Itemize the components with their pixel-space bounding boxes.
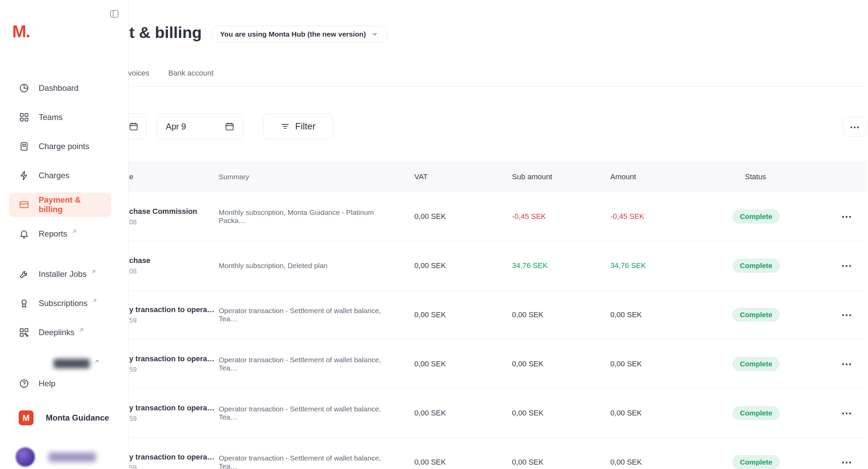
qr-code-icon: [19, 327, 29, 338]
chevron-down-icon: [371, 31, 378, 38]
transaction-vat: 0,00 SEK: [414, 360, 512, 368]
external-link-icon: [71, 228, 77, 234]
transaction-sub-amount: 34,76 SEK: [512, 261, 610, 270]
status-badge: Complete: [732, 259, 780, 273]
transaction-amount: 0,00 SEK: [610, 409, 726, 417]
user-name-redacted: [48, 452, 96, 462]
date-end-button[interactable]: Apr 9: [157, 114, 243, 139]
version-switcher-badge[interactable]: You are using Monta Hub (the new version…: [211, 26, 387, 43]
transaction-time: 59: [129, 366, 219, 373]
status-badge: Complete: [732, 406, 780, 420]
table-body: chase Commission 08 Monthly subscription…: [128, 192, 866, 469]
transaction-summary: Operator transaction - Settlement of wal…: [219, 454, 414, 469]
transaction-amount: -0,45 SEK: [610, 212, 726, 221]
external-link-icon: [94, 359, 100, 365]
sidebar-item-deeplinks[interactable]: Deeplinks: [0, 318, 128, 347]
table-header-row: e Summary VAT Sub amount Amount Status: [128, 161, 866, 192]
sidebar-item-charge-points[interactable]: Charge points: [0, 132, 128, 161]
sidebar-item-label: Deeplinks: [39, 328, 74, 337]
table-row[interactable]: y transaction to opera… 59 Operator tran…: [128, 290, 866, 340]
user-menu[interactable]: [16, 447, 96, 467]
row-actions-button[interactable]: ⋯: [841, 410, 852, 416]
avatar: [16, 447, 35, 467]
transaction-summary: Monthly subscription, Monta Guidance - P…: [219, 208, 414, 225]
transaction-type: y transaction to opera…: [129, 354, 219, 363]
transaction-type: chase Commission: [129, 207, 219, 216]
status-badge: Complete: [732, 357, 780, 371]
column-header-type: e: [128, 172, 219, 181]
transaction-type: chase: [129, 256, 219, 265]
sidebar-item-dashboard[interactable]: Dashboard: [0, 74, 128, 103]
row-actions-button[interactable]: ⋯: [841, 262, 852, 269]
calendar-icon: [225, 122, 234, 131]
monta-logo: M.: [12, 22, 30, 41]
table-row[interactable]: chase Commission 08 Monthly subscription…: [128, 192, 866, 241]
calendar-icon: [129, 122, 138, 131]
charge-point-icon: [19, 141, 29, 151]
transaction-time: 08: [129, 218, 219, 226]
award-icon: [19, 298, 29, 308]
sidebar-item-label: Charges: [39, 171, 70, 180]
panel-collapse-icon: [109, 9, 119, 19]
external-link-icon: [78, 327, 84, 333]
transaction-sub-amount: 0,00 SEK: [512, 409, 610, 417]
sidebar-item-label: Help: [39, 379, 55, 388]
sidebar-item-label: Subscriptions: [39, 299, 87, 308]
transaction-summary: Operator transaction - Settlement of wal…: [219, 307, 414, 323]
sidebar-item-payment-billing[interactable]: Payment & billing: [9, 192, 111, 217]
sidebar-item-installer-jobs[interactable]: Installer Jobs: [0, 260, 128, 289]
table-row[interactable]: y transaction to opera… 59 Operator tran…: [128, 438, 866, 469]
sidebar-item-help[interactable]: Help: [0, 369, 128, 398]
transaction-sub-amount: 0,00 SEK: [512, 310, 610, 319]
transaction-sub-amount: 0,00 SEK: [512, 360, 610, 368]
tab-bar: voices Bank account: [128, 69, 214, 78]
transaction-type: y transaction to opera…: [129, 305, 219, 314]
workspace-switcher[interactable]: M Monta Guidance: [0, 403, 128, 432]
tab-bank-account[interactable]: Bank account: [168, 69, 213, 78]
status-badge: Complete: [732, 209, 780, 224]
transaction-vat: 0,00 SEK: [414, 212, 512, 221]
tab-invoices[interactable]: voices: [128, 69, 149, 78]
sidebar-item-reports[interactable]: Reports: [0, 219, 128, 248]
sidebar-item-teams[interactable]: Teams: [0, 103, 128, 132]
table-row[interactable]: y transaction to opera… 59 Operator tran…: [128, 340, 866, 389]
tab-underline: [128, 86, 866, 87]
sidebar-item-label: Installer Jobs: [39, 269, 86, 279]
transaction-summary: Monthly subscription, Deleted plan: [219, 262, 414, 270]
transaction-vat: 0,00 SEK: [414, 458, 512, 467]
external-link-icon: [92, 298, 98, 304]
sidebar-item-label: Payment & billing: [39, 195, 102, 214]
page-title: t & billing: [129, 23, 202, 42]
row-actions-button[interactable]: ⋯: [841, 459, 852, 466]
filter-button[interactable]: Filter: [263, 114, 333, 139]
more-options-button[interactable]: ⋯: [843, 117, 866, 137]
sidebar-item-charges[interactable]: Charges: [0, 161, 128, 190]
column-header-sub-amount: Sub amount: [512, 172, 610, 181]
wrench-icon: [19, 269, 29, 279]
sidebar-collapse-button[interactable]: [109, 9, 119, 19]
transaction-summary: Operator transaction - Settlement of wal…: [219, 405, 414, 421]
transaction-summary: Operator transaction - Settlement of wal…: [219, 356, 414, 372]
transaction-time: 59: [129, 317, 219, 324]
table-row[interactable]: y transaction to opera… 59 Operator tran…: [128, 389, 866, 438]
sidebar-item-label: Charge points: [39, 142, 89, 151]
column-header-status: Status: [726, 172, 827, 181]
transaction-vat: 0,00 SEK: [414, 310, 512, 319]
sidebar-item-label: Teams: [39, 113, 63, 122]
bell-icon: [19, 229, 29, 239]
sidebar-nav-secondary: Installer Jobs Subscriptions Deeplinks: [0, 260, 128, 347]
transaction-amount: 34,76 SEK: [610, 261, 726, 270]
redacted-nav-item[interactable]: [54, 359, 90, 368]
sidebar-item-subscriptions[interactable]: Subscriptions: [0, 289, 128, 318]
transaction-time: 08: [129, 267, 219, 275]
row-actions-button[interactable]: ⋯: [841, 213, 852, 220]
transactions-table: e Summary VAT Sub amount Amount Status c…: [128, 161, 866, 469]
row-actions-button[interactable]: ⋯: [841, 361, 852, 367]
transaction-time: 59: [129, 415, 219, 423]
transaction-type: y transaction to opera…: [129, 453, 219, 462]
row-actions-button[interactable]: ⋯: [841, 311, 852, 318]
column-header-summary: Summary: [219, 173, 414, 181]
table-row[interactable]: chase 08 Monthly subscription, Deleted p…: [128, 241, 866, 290]
date-end-label: Apr 9: [166, 122, 186, 131]
filter-icon: [280, 122, 290, 131]
